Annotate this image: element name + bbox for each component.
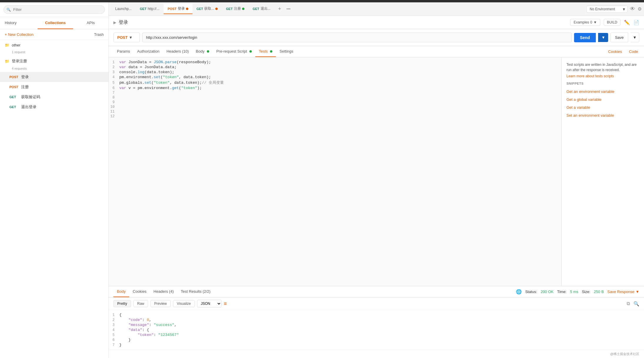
code-line-5: 5 pm.globals.set("token", data.token);//… xyxy=(109,80,561,86)
format-preview-button[interactable]: Preview xyxy=(150,300,171,307)
collection-other: 📁 other 1 request xyxy=(0,40,108,56)
examples-area: Examples 0 ▼ BUILD ✏️ 📄 xyxy=(570,19,639,26)
code-link[interactable]: Code xyxy=(628,46,639,57)
word-wrap-icon[interactable]: ≡ xyxy=(224,301,227,307)
status-value: 200 OK xyxy=(541,290,554,294)
new-collection-button[interactable]: + New Collection xyxy=(5,32,33,37)
main-content: Launchp... GET http://... POST 登录 GET 获取… xyxy=(109,2,644,358)
examples-count: 0 xyxy=(590,20,592,24)
save-response-button[interactable]: Save Response ▼ xyxy=(607,290,639,294)
format-raw-button[interactable]: Raw xyxy=(133,300,148,307)
collection-other-count: 1 request xyxy=(7,50,108,56)
snippets-panel: Test scripts are written in JavaScript, … xyxy=(562,57,644,286)
footer-text: @稀土掘金技术社区 xyxy=(610,352,639,356)
right-links: Cookies Code xyxy=(607,46,639,57)
req-tab-headers[interactable]: Headers (10) xyxy=(163,46,192,57)
tab-get-register[interactable]: GET 注册 xyxy=(222,4,249,14)
save-dropdown-button[interactable]: ▼ xyxy=(630,33,639,42)
url-bar: POST ▼ Send ▼ Save ▼ xyxy=(109,29,644,46)
search-input[interactable] xyxy=(4,5,105,14)
tab-post-login-label: 登录 xyxy=(178,6,185,11)
env-eye-icon[interactable]: 👁 xyxy=(630,6,635,12)
tab-get-register-dot xyxy=(242,8,244,10)
size-label: Size: xyxy=(582,290,590,294)
pre-request-tab-dot xyxy=(249,50,252,53)
resp-line-3: 3 "message": "success", xyxy=(109,322,644,327)
tab-more-button[interactable]: ••• xyxy=(285,4,292,14)
tab-add-button[interactable]: + xyxy=(275,4,285,14)
snippets-learn-more[interactable]: Learn more about tests scripts xyxy=(566,74,614,78)
format-visualize-button[interactable]: Visualize xyxy=(173,300,195,307)
request-logout[interactable]: GET 退出登录 xyxy=(0,102,108,112)
footer: @稀土掘金技术社区 xyxy=(109,350,644,358)
tab-get-logout[interactable]: GET 退出... xyxy=(249,4,275,14)
snippet-set-env-var[interactable]: Set an environment variable xyxy=(566,111,639,119)
snippet-get-env-var[interactable]: Get an environment variable xyxy=(566,88,639,96)
tab-apis[interactable]: APIs xyxy=(73,17,108,29)
req-tab-params[interactable]: Params xyxy=(113,46,134,57)
tab-post-login-dot xyxy=(186,8,188,10)
req-tab-settings[interactable]: Settings xyxy=(276,46,297,57)
resp-tab-headers[interactable]: Headers (4) xyxy=(150,286,177,297)
snippet-get-global-var[interactable]: Get a global variable xyxy=(566,96,639,103)
tab-get-fetch-method: GET xyxy=(197,7,203,11)
tab-get-fetch[interactable]: GET 获取... xyxy=(192,4,222,14)
new-collection-area: + New Collection Trash xyxy=(0,29,108,40)
edit-icon[interactable]: ✏️ xyxy=(624,20,630,25)
search-icon-resp[interactable]: 🔍 xyxy=(633,301,639,307)
request-captcha[interactable]: GET 获取验证码 xyxy=(0,92,108,102)
copy-icon[interactable]: ⧉ xyxy=(627,301,630,307)
tab-get-http[interactable]: GET http://... xyxy=(136,4,164,14)
env-settings-icon[interactable]: ⚙ xyxy=(638,6,642,12)
sidebar: 🔍 History Collections APIs + New Collect… xyxy=(0,2,109,358)
method-badge-get-captcha: GET xyxy=(9,95,19,99)
send-dropdown-button[interactable]: ▼ xyxy=(598,33,608,42)
code-line-6: 6 var v = pm.environment.get("token"); xyxy=(109,86,561,91)
resp-line-6: 6 } xyxy=(109,337,644,342)
text-icon[interactable]: 📄 xyxy=(633,20,639,25)
tab-history[interactable]: History xyxy=(0,17,38,29)
cookies-link[interactable]: Cookies xyxy=(607,46,623,57)
request-logout-name: 退出登录 xyxy=(21,104,36,110)
format-pretty-button[interactable]: Pretty xyxy=(113,300,131,307)
response-format-bar: Pretty Raw Preview Visualize JSON ≡ ⧉ 🔍 xyxy=(109,297,644,310)
req-tab-tests[interactable]: Tests xyxy=(255,46,276,57)
tab-get-http-label: http://... xyxy=(148,7,160,11)
method-badge-post-login: POST xyxy=(9,75,19,79)
build-button[interactable]: BUILD xyxy=(604,19,620,26)
top-bar xyxy=(0,0,644,2)
tab-launchpad[interactable]: Launchp... xyxy=(111,4,136,14)
code-line-8: 8 xyxy=(109,95,561,100)
method-select[interactable]: POST ▼ xyxy=(113,33,140,42)
search-icon: 🔍 xyxy=(6,8,11,12)
resp-tab-test-results[interactable]: Test Results (2/2) xyxy=(177,286,214,297)
collection-other-header[interactable]: 📁 other xyxy=(0,40,108,50)
resp-tab-body[interactable]: Body xyxy=(113,286,129,297)
examples-button[interactable]: Examples 0 ▼ xyxy=(570,19,600,26)
req-tab-authorization[interactable]: Authorization xyxy=(134,46,163,57)
request-login[interactable]: POST 登录 xyxy=(0,72,108,82)
request-login-name: 登录 xyxy=(21,74,29,80)
collection-login-register-header[interactable]: 📁 登录注册 xyxy=(0,56,108,67)
snippet-get-variable[interactable]: Get a variable xyxy=(566,103,639,111)
code-line-7: 7 xyxy=(109,91,561,95)
tab-post-login[interactable]: POST 登录 xyxy=(164,4,192,14)
format-type-select[interactable]: JSON xyxy=(197,300,222,307)
tab-bar: Launchp... GET http://... POST 登录 GET 获取… xyxy=(109,2,644,16)
resp-tab-cookies[interactable]: Cookies xyxy=(129,286,150,297)
req-tab-pre-request[interactable]: Pre-request Script xyxy=(213,46,255,57)
tab-collections[interactable]: Collections xyxy=(38,17,73,29)
save-button[interactable]: Save xyxy=(611,33,628,42)
tab-launchpad-label: Launchp... xyxy=(115,7,132,11)
snippets-description: Test scripts are written in JavaScript, … xyxy=(566,62,639,73)
code-editor[interactable]: 1 var JsonData = JSON.parse(responseBody… xyxy=(109,57,562,286)
send-button[interactable]: Send xyxy=(574,33,596,42)
req-tab-body[interactable]: Body xyxy=(192,46,213,57)
response-tab-bar: Body Cookies Headers (4) Test Results (2… xyxy=(109,286,644,297)
tab-get-fetch-label: 获取... xyxy=(204,6,214,11)
method-chevron-icon: ▼ xyxy=(129,35,133,40)
request-register[interactable]: POST 注册 xyxy=(0,82,108,92)
url-input[interactable] xyxy=(142,33,572,42)
trash-link[interactable]: Trash xyxy=(94,32,104,37)
environment-select[interactable]: No Environment xyxy=(586,6,628,13)
